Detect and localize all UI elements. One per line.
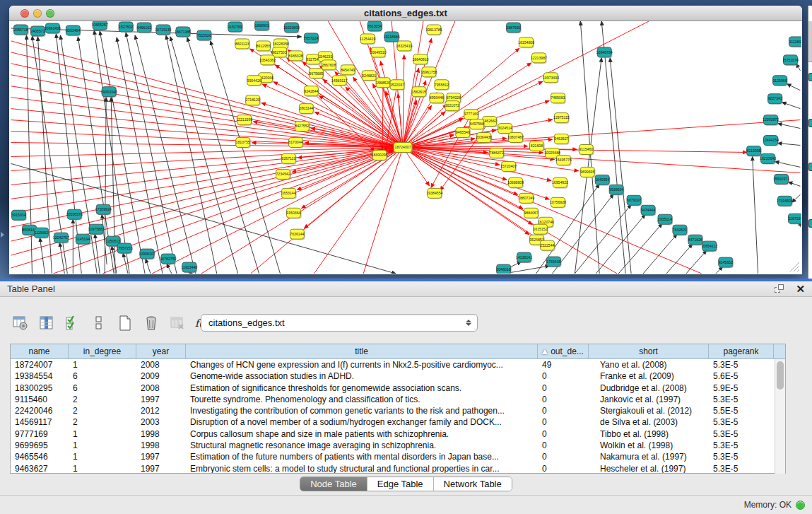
graph-node[interactable]: 10973493 bbox=[543, 73, 559, 83]
table-row[interactable]: 2242004622012Investigating the contribut… bbox=[11, 405, 785, 416]
graph-node[interactable]: 8267110 bbox=[281, 153, 296, 164]
graph-node[interactable]: 1562615 bbox=[412, 87, 427, 98]
graph-node[interactable]: 9245652 bbox=[719, 257, 734, 268]
memory-indicator-icon[interactable] bbox=[796, 501, 805, 510]
graph-node[interactable]: 821608 bbox=[530, 141, 545, 152]
graph-node[interactable]: 10807487 bbox=[507, 133, 524, 144]
tab-node-table[interactable]: Node Table bbox=[300, 477, 367, 491]
graph-node[interactable]: 1868901 bbox=[254, 21, 269, 31]
graph-node[interactable]: 9246821 bbox=[362, 71, 377, 81]
graph-node[interactable]: 9675685 bbox=[309, 69, 324, 79]
table-row[interactable]: 1872400712008Changes of HCN gene express… bbox=[11, 359, 785, 370]
tab-network-table[interactable]: Network Table bbox=[434, 477, 512, 491]
graph-node[interactable]: 2867608 bbox=[322, 60, 336, 71]
graph-node[interactable]: 9777169 bbox=[464, 110, 479, 120]
table-vertical-scrollbar[interactable] bbox=[775, 359, 785, 474]
column-header-in_degree[interactable]: in_degree bbox=[69, 344, 136, 358]
graph-node[interactable]: 10655257 bbox=[92, 21, 108, 30]
table-row[interactable]: 969969511998Structural magnetic resonanc… bbox=[11, 440, 785, 451]
graph-node[interactable]: 15692971 bbox=[773, 174, 789, 185]
column-header-pagerank[interactable]: pagerank bbox=[709, 344, 774, 358]
graph-node[interactable]: 1522037 bbox=[390, 80, 405, 90]
graph-node[interactable]: 1145194 bbox=[76, 234, 90, 245]
delete-table-icon[interactable] bbox=[168, 314, 187, 332]
graph-node[interactable]: 12213987 bbox=[531, 53, 547, 64]
graph-node[interactable]: 9465546 bbox=[456, 128, 471, 139]
graph-node[interactable]: 17957253 bbox=[117, 243, 133, 254]
create-column-icon[interactable] bbox=[116, 314, 134, 332]
graph-node[interactable]: 8990448 bbox=[430, 93, 445, 104]
graph-node[interactable]: 7515526 bbox=[197, 30, 212, 41]
table-row[interactable]: 1830029562008Estimation of significance … bbox=[11, 382, 785, 394]
graph-node[interactable]: 19218586 bbox=[384, 32, 400, 42]
graph-node[interactable]: 8813054 bbox=[367, 21, 382, 32]
graph-node[interactable]: 9699695 bbox=[580, 167, 595, 177]
graph-node[interactable]: 10654112 bbox=[701, 241, 717, 252]
graph-node[interactable]: 12213399 bbox=[236, 115, 252, 126]
network-view[interactable]: 2055718240557130691406830348410655257152… bbox=[10, 21, 801, 274]
graph-node[interactable]: 18640910 bbox=[412, 54, 428, 65]
graph-node[interactable]: 9463627 bbox=[554, 134, 569, 145]
graph-node[interactable]: 9474444 bbox=[641, 205, 656, 216]
graph-node[interactable]: 14136141 bbox=[516, 252, 532, 263]
network-window-titlebar[interactable]: citations_edges.txt bbox=[9, 6, 802, 21]
column-header-short[interactable]: short bbox=[589, 344, 709, 358]
graph-node[interactable]: 12975115 bbox=[553, 113, 570, 124]
graph-node[interactable]: 2803144 bbox=[299, 104, 314, 115]
graph-node[interactable]: 12042757 bbox=[53, 233, 69, 243]
graph-node[interactable]: 11923448 bbox=[182, 262, 198, 273]
graph-node[interactable]: 1615152 bbox=[533, 224, 548, 235]
column-header-title[interactable]: title bbox=[186, 344, 538, 358]
graph-node[interactable]: 30691406 bbox=[45, 23, 61, 34]
graph-node[interactable]: 16782759 bbox=[160, 254, 176, 264]
graph-node[interactable]: 17016504 bbox=[777, 196, 793, 206]
graph-node[interactable]: 10756928 bbox=[550, 197, 566, 208]
graph-node[interactable]: 12093872 bbox=[763, 115, 779, 126]
graph-node[interactable]: 16954923 bbox=[552, 177, 568, 188]
graph-node[interactable]: 1152769 bbox=[228, 22, 243, 33]
row-height-icon[interactable] bbox=[90, 314, 108, 332]
graph-node[interactable]: 18724007 bbox=[394, 143, 413, 153]
graph-node[interactable]: 15495776 bbox=[555, 155, 572, 165]
graph-node[interactable]: 8186328 bbox=[288, 51, 303, 62]
graph-node[interactable]: 2935114 bbox=[658, 214, 673, 225]
graph-node[interactable]: 10975887 bbox=[88, 224, 105, 235]
table-header-row[interactable]: namein_degreeyeartitleout_de...shortpage… bbox=[11, 344, 785, 359]
graph-node[interactable] bbox=[808, 219, 812, 228]
graph-node[interactable]: 6466162 bbox=[137, 23, 152, 33]
graph-node[interactable]: 7632621 bbox=[673, 225, 688, 235]
zoom-window-icon[interactable] bbox=[46, 9, 54, 18]
graph-node[interactable]: 1640954 bbox=[595, 175, 610, 185]
graph-node[interactable]: 16210643 bbox=[760, 153, 776, 164]
graph-node[interactable]: 1568520 bbox=[376, 78, 391, 88]
graph-node[interactable]: 9150364 bbox=[286, 208, 301, 218]
delete-columns-icon[interactable] bbox=[142, 314, 160, 332]
close-panel-icon[interactable]: ✕ bbox=[796, 284, 805, 294]
table-select-dropdown[interactable]: citations_edges.txt bbox=[201, 314, 478, 332]
tab-edge-table[interactable]: Edge Table bbox=[367, 477, 434, 491]
graph-node[interactable]: 15751074 bbox=[782, 55, 799, 66]
graph-node[interactable]: 12444154 bbox=[763, 136, 779, 146]
graph-node[interactable]: 2046016 bbox=[497, 264, 512, 274]
graph-node[interactable]: 2055718 bbox=[13, 25, 28, 35]
graph-node[interactable]: 9938924 bbox=[609, 185, 624, 195]
graph-node[interactable]: 8215955 bbox=[747, 146, 762, 157]
graph-node[interactable]: 9904426 bbox=[247, 76, 262, 86]
graph-node[interactable]: 8454749 bbox=[341, 65, 355, 76]
column-header-out_de[interactable]: out_de... bbox=[538, 344, 589, 358]
show-columns-icon[interactable] bbox=[37, 314, 56, 332]
graph-node[interactable]: 7234542 bbox=[276, 169, 290, 180]
graph-node[interactable]: 16648784 bbox=[596, 47, 613, 58]
graph-node[interactable] bbox=[808, 163, 812, 171]
graph-node[interactable]: 18325419 bbox=[396, 41, 412, 52]
graph-node[interactable]: 1810755 bbox=[236, 138, 251, 148]
graph-node[interactable]: 20206576 bbox=[66, 209, 83, 220]
table-settings-icon[interactable] bbox=[11, 314, 30, 332]
graph-node[interactable]: 7636144 bbox=[290, 229, 305, 240]
table-row[interactable]: 946554611997Estimation of the future num… bbox=[11, 451, 785, 462]
table-row[interactable]: 977716911998Corpus callosum shape and si… bbox=[11, 428, 785, 440]
panel-collapse-arrow-icon[interactable] bbox=[1, 232, 4, 238]
graph-node[interactable]: 18807249 bbox=[518, 193, 534, 204]
graph-node[interactable]: 9115460 bbox=[579, 145, 594, 156]
graph-node[interactable]: 6879197 bbox=[627, 195, 642, 206]
